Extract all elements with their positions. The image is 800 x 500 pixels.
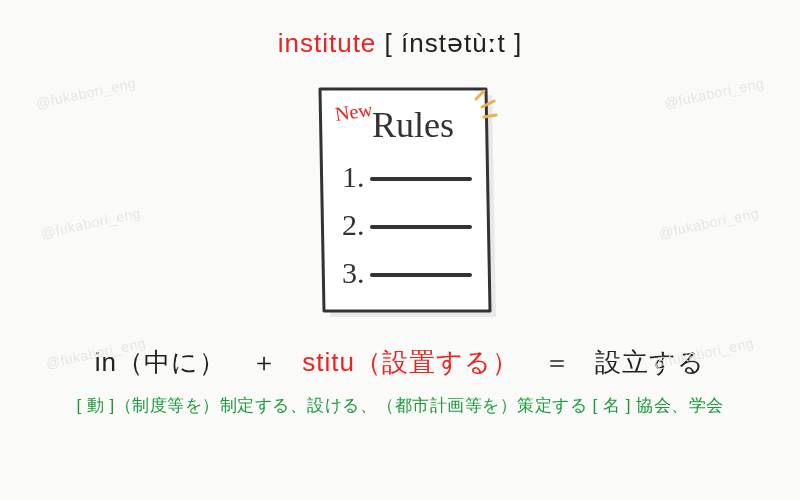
etym-equals: ＝ [544,347,571,377]
rules-heading-text: Rules [372,105,454,145]
title-line: institute [ ínstətùːt ] [0,0,800,59]
etymology-line: in（中に） ＋ stitu（設置する） ＝ 設立する [0,345,800,380]
etym-root-meaning: （設置する） [355,347,519,377]
etym-result: 設立する [595,347,705,377]
svg-line-2 [484,115,496,117]
headword: institute [278,28,377,58]
bracket-close: ] [506,28,522,58]
svg-text:3.: 3. [342,256,365,289]
etym-plus: ＋ [251,347,278,377]
etym-root: stitu [302,347,355,377]
svg-text:2.: 2. [342,208,365,241]
rules-card-icon: New Rules 1. 2. 3. [280,77,520,327]
svg-text:1.: 1. [342,160,365,193]
bracket-open: [ [376,28,401,58]
etym-prefix: in [95,347,117,377]
definition-line: [ 動 ]（制度等を）制定する、設ける、（都市計画等を）策定する [ 名 ] 協… [0,394,800,417]
pronunciation: ínstətùːt [401,28,506,58]
illustration: New Rules 1. 2. 3. [0,77,800,327]
etym-prefix-meaning: （中に） [117,347,226,377]
